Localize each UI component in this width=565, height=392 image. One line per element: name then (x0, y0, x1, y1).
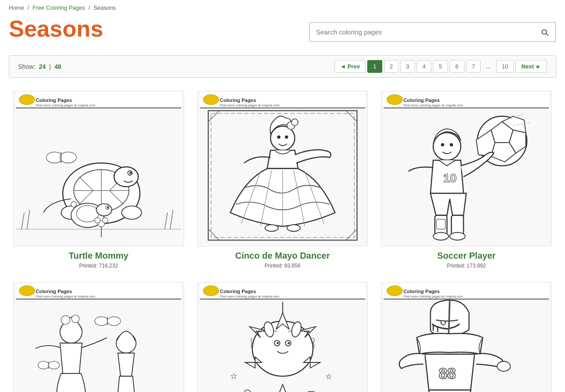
svg-text:Find more coloring pages at cr: Find more coloring pages at crayola.com (220, 294, 279, 298)
page-controls: ◄ Prev 1 2 3 4 5 6 7 ... 10 Next ► (335, 60, 547, 73)
coloring-image-2: Coloring Pages Find more coloring pages … (381, 91, 552, 246)
page-title: Seasons (9, 15, 103, 42)
page-button-6[interactable]: 6 (450, 60, 464, 73)
breadcrumb-home-link[interactable]: Home (9, 4, 24, 11)
svg-point-22 (122, 206, 142, 219)
breadcrumb-current: Seasons (94, 4, 116, 11)
card-title-1: Cinco de Mayo Dancer (235, 251, 330, 261)
show-separator: | (49, 63, 51, 70)
svg-line-8 (165, 213, 167, 229)
pagination-bar: Show: 24 | 48 ◄ Prev 1 2 3 4 5 6 7 ... 1… (9, 55, 556, 78)
search-icon (540, 28, 549, 37)
svg-point-88 (72, 315, 79, 322)
coloring-card-0[interactable]: Coloring Pages Find more coloring pages … (13, 91, 184, 269)
next-button[interactable]: Next ► (516, 60, 547, 73)
svg-point-49 (291, 119, 298, 125)
search-container (309, 22, 556, 42)
svg-text:10: 10 (443, 171, 457, 185)
svg-point-119 (276, 342, 279, 344)
svg-text:Find more coloring pages at cr: Find more coloring pages at crayola.com (403, 103, 463, 107)
card-printed-0: Printed: 716,232 (79, 263, 118, 269)
svg-point-32 (71, 202, 76, 207)
svg-point-94 (49, 361, 60, 369)
page-header: Seasons (0, 15, 565, 51)
coloring-card-5[interactable]: Coloring Pages Find more coloring pages … (381, 282, 552, 392)
svg-marker-46 (346, 229, 357, 240)
svg-marker-45 (208, 229, 219, 240)
svg-point-25 (96, 204, 112, 216)
svg-marker-44 (346, 111, 357, 122)
coloring-grid: Coloring Pages Find more coloring pages … (0, 82, 565, 392)
card-title-2: Soccer Player (437, 251, 495, 261)
svg-text:Coloring Pages: Coloring Pages (403, 98, 440, 103)
svg-point-91 (107, 317, 121, 325)
coloring-image-4: Coloring Pages Find more coloring pages … (197, 282, 368, 392)
svg-line-9 (170, 210, 173, 229)
svg-text:Coloring Pages: Coloring Pages (36, 98, 72, 103)
prev-button[interactable]: ◄ Prev (335, 60, 366, 73)
breadcrumb-sep-1: / (27, 4, 30, 11)
svg-point-82 (19, 286, 35, 295)
page-ellipsis: ... (482, 60, 494, 72)
page-button-4[interactable]: 4 (417, 60, 431, 73)
coloring-card-3[interactable]: Coloring Pages Find more coloring pages … (13, 282, 184, 392)
svg-marker-43 (208, 111, 219, 122)
svg-point-140 (497, 361, 511, 371)
svg-point-57 (265, 225, 278, 231)
page-button-3[interactable]: 3 (400, 60, 415, 73)
svg-text:★: ★ (230, 372, 237, 381)
svg-text:Coloring Pages: Coloring Pages (403, 288, 440, 294)
svg-text:Coloring Pages: Coloring Pages (220, 98, 256, 103)
breadcrumb-sep-2: / (88, 4, 91, 11)
svg-rect-76 (437, 219, 445, 229)
svg-line-137 (449, 300, 450, 335)
svg-text:★: ★ (325, 373, 331, 380)
search-button[interactable] (534, 23, 555, 41)
svg-point-77 (433, 233, 449, 240)
svg-text:Coloring Pages: Coloring Pages (220, 288, 256, 294)
page-button-10[interactable]: 10 (496, 60, 514, 73)
card-printed-2: Printed: 173,892 (447, 263, 486, 269)
svg-point-20 (129, 172, 132, 174)
svg-point-138 (441, 320, 445, 325)
breadcrumb: Home / Free Coloring Pages / Seasons (0, 0, 565, 15)
svg-point-34 (60, 152, 76, 163)
breadcrumb-free-coloring-link[interactable]: Free Coloring Pages (33, 4, 85, 11)
svg-point-87 (61, 315, 70, 324)
svg-text:Find more coloring pages at cr: Find more coloring pages at crayola.com (36, 103, 95, 107)
svg-point-131 (387, 286, 403, 295)
show-24-link[interactable]: 24 (39, 63, 46, 70)
page-button-5[interactable]: 5 (433, 60, 448, 73)
page-button-2[interactable]: 2 (384, 60, 399, 73)
svg-point-27 (107, 207, 109, 209)
svg-point-51 (285, 136, 288, 139)
svg-point-90 (95, 317, 108, 325)
svg-point-71 (441, 143, 444, 146)
svg-line-7 (27, 210, 30, 229)
show-48-link[interactable]: 48 (54, 63, 61, 70)
page-button-7[interactable]: 7 (466, 60, 481, 73)
coloring-image-3: Coloring Pages Find more coloring pages … (13, 282, 184, 392)
coloring-image-5: Coloring Pages Find more coloring pages … (381, 282, 552, 392)
svg-point-78 (450, 233, 465, 240)
svg-point-37 (203, 94, 218, 104)
page-button-1[interactable]: 1 (367, 60, 382, 73)
coloring-card-2[interactable]: Coloring Pages Find more coloring pages … (381, 91, 552, 269)
card-title-0: Turtle Mommy (69, 251, 128, 261)
svg-point-1 (19, 94, 35, 104)
svg-point-50 (277, 136, 280, 139)
svg-rect-123 (244, 390, 251, 392)
svg-point-18 (114, 167, 138, 187)
svg-text:Find more coloring pages at cr: Find more coloring pages at crayola.com (36, 294, 95, 298)
coloring-card-4[interactable]: Coloring Pages Find more coloring pages … (197, 282, 368, 392)
card-printed-1: Printed: 93,656 (264, 263, 300, 269)
svg-text:Coloring Pages: Coloring Pages (36, 288, 72, 294)
search-input[interactable] (310, 23, 534, 41)
svg-text:Find more coloring pages at cr: Find more coloring pages at crayola.com (220, 103, 279, 107)
svg-point-120 (287, 342, 290, 344)
svg-marker-116 (276, 384, 289, 392)
svg-point-72 (450, 143, 453, 146)
show-controls: Show: 24 | 48 (18, 63, 61, 70)
coloring-card-1[interactable]: Coloring Pages Find more coloring pages … (197, 91, 368, 269)
show-label: Show: (18, 63, 35, 70)
